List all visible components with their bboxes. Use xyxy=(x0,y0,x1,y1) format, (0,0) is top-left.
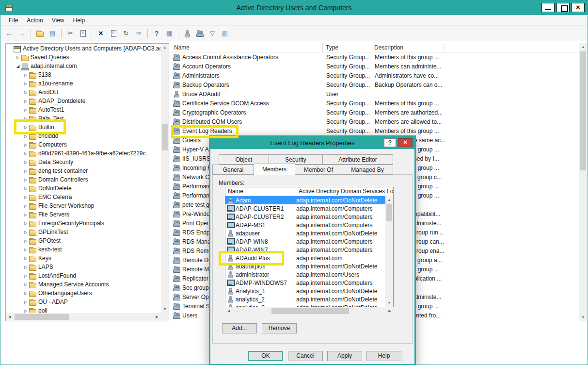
refresh-button[interactable]: ↻ xyxy=(120,28,132,39)
back-button[interactable]: ← xyxy=(3,28,15,39)
export-folder-button[interactable] xyxy=(34,28,46,39)
close-button[interactable]: × xyxy=(572,3,585,12)
expander-icon[interactable]: ▷ xyxy=(23,186,29,191)
tree-item-gplinktest[interactable]: ▷ GPLinkTest xyxy=(6,228,160,236)
expander-icon[interactable]: ▷ xyxy=(23,300,29,304)
member-row-adapuser[interactable]: adapuser adap.internal.com/DoNotDelete xyxy=(225,229,385,237)
scroll-up-arrow[interactable]: ▲ xyxy=(579,43,587,51)
dialog-titlebar[interactable]: Event Log Readers Properties ? × xyxy=(210,137,414,149)
member-row-adauditplus[interactable]: adauditplus adap.internal.com/DoNotDelet… xyxy=(225,262,385,270)
expander-icon[interactable]: ▷ xyxy=(23,73,29,77)
properties-button[interactable] xyxy=(108,28,119,39)
new-group-button[interactable] xyxy=(194,28,206,39)
list-row-administrators[interactable]: Administrators Security Group... Adminis… xyxy=(171,71,579,80)
remove-button[interactable]: Remove xyxy=(262,323,297,333)
tab-security[interactable]: Security xyxy=(269,154,323,165)
tree-item-ou-adap[interactable]: ▷ OU - ADAP xyxy=(6,298,160,306)
expander-icon[interactable]: ▷ xyxy=(23,99,29,103)
forward-button[interactable]: → xyxy=(16,28,28,39)
tree-item-adap-dontdelete[interactable]: ▷ ADAP_Dontdelete xyxy=(6,97,160,105)
list-row-cryptographic-operators[interactable]: Cryptographic Operators Security Group..… xyxy=(171,108,579,117)
tab-object[interactable]: Object xyxy=(219,154,269,165)
list-row-certificate-service-dcom-access[interactable]: Certificate Service DCOM Access Security… xyxy=(171,99,579,108)
scroll-left-arrow[interactable]: ◀ xyxy=(225,307,233,315)
scroll-up-arrow[interactable]: ▲ xyxy=(385,196,393,204)
expander-icon[interactable]: ◢ xyxy=(15,64,21,68)
list-row-event-log-readers[interactable]: Event Log Readers Security Group... Memb… xyxy=(171,126,579,135)
member-row-adaudit-plus[interactable]: ADAudit Plus adap.internal.com xyxy=(225,254,385,262)
tree-item-saved-queries[interactable]: ▷ Saved Queries xyxy=(6,53,160,62)
minimize-button[interactable] xyxy=(541,3,555,12)
scroll-down-arrow[interactable]: ▼ xyxy=(161,305,169,313)
member-row-analytics-3[interactable]: analytics_3 adap.internal.com/DoNotDelet… xyxy=(225,303,385,307)
member-row-adap-win7[interactable]: ADAP-WIN7 adap.internal.com/Computers xyxy=(225,246,385,254)
delete-button[interactable]: × xyxy=(95,28,107,39)
scroll-up-arrow[interactable]: ▲ xyxy=(161,44,169,51)
tree-item-donotdelete[interactable]: ▷ DoNotDelete xyxy=(6,184,160,193)
expander-icon[interactable]: ▷ xyxy=(23,309,29,313)
member-row-admp-windows7[interactable]: ADMP-WINDOWS7 adap.internal.com/Computer… xyxy=(225,279,385,287)
scroll-down-arrow[interactable]: ▼ xyxy=(385,299,393,307)
tree-item-gpotest[interactable]: ▷ GPOtest xyxy=(6,236,160,245)
tab-members[interactable]: Members xyxy=(254,164,295,175)
expander-icon[interactable]: ▷ xyxy=(23,116,29,121)
expander-icon[interactable]: ▷ xyxy=(23,143,29,147)
expander-icon[interactable]: ▷ xyxy=(23,178,29,182)
tab-attribute-editor[interactable]: Attribute Editor xyxy=(322,154,393,165)
member-row-adap-ms1[interactable]: ADAP-MS1 adap.internal.com/Computers xyxy=(225,221,385,229)
member-row-adap-cluster2[interactable]: ADAP-CLUSTER2 adap.internal.com/Computer… xyxy=(225,213,385,221)
scroll-thumb[interactable] xyxy=(386,204,392,221)
expander-icon[interactable]: ▷ xyxy=(23,90,29,95)
tab-general[interactable]: General xyxy=(212,165,254,175)
tree-item-autotest1[interactable]: ▷ AutoTest1 xyxy=(6,105,160,114)
scroll-right-arrow[interactable]: ▶ xyxy=(386,307,394,315)
tree-item-d90d7961-8390-461a-9fbe-a62efec7229c[interactable]: ▷ d90d7961-8390-461a-9fbe-a62efec7229c xyxy=(6,149,160,158)
tree-item-foreignsecurityprincipals[interactable]: ▷ ForeignSecurityPrincipals xyxy=(6,219,160,228)
tree-item-managed-service-accounts[interactable]: ▷ Managed Service Accounts xyxy=(6,280,160,289)
scroll-thumb[interactable] xyxy=(580,51,586,170)
expander-icon[interactable]: ▷ xyxy=(23,221,29,226)
dialog-close-button[interactable]: × xyxy=(398,138,413,147)
member-row-adap-win8[interactable]: ADAP-WIN8 adap.internal.com/Computers xyxy=(225,237,385,246)
tree-item-a1ou-rename[interactable]: ▷ a1ou-rename xyxy=(6,79,160,88)
expander-icon[interactable]: ▷ xyxy=(15,55,21,60)
tree-item-file-server-workshop[interactable]: ▷ File Server Workshop xyxy=(6,201,160,210)
apply-button[interactable]: Apply xyxy=(327,351,362,361)
expander-icon[interactable]: ▷ xyxy=(23,108,29,112)
expander-icon[interactable]: ▷ xyxy=(23,151,29,156)
menu-action[interactable]: Action xyxy=(22,15,47,26)
column-header-name[interactable]: Name xyxy=(171,43,323,52)
column-header-type[interactable]: Type xyxy=(323,43,371,52)
expander-icon[interactable]: ▷ xyxy=(23,82,29,86)
tree-item-adap-internal-com[interactable]: ◢ adap.internal.com xyxy=(6,62,160,70)
help-button[interactable]: Help xyxy=(366,351,401,361)
tree-item-file-servers[interactable]: ▷ File Servers xyxy=(6,210,160,219)
menu-help[interactable]: Help xyxy=(69,15,90,26)
add-button[interactable]: Add... xyxy=(222,323,257,333)
console-tree-button[interactable]: ▦ xyxy=(163,28,175,39)
scroll-right-arrow[interactable]: ▶ xyxy=(153,313,161,321)
cut-button[interactable]: ✂ xyxy=(64,28,76,39)
expander-icon[interactable]: ▷ xyxy=(23,265,29,269)
tree-item-active-directory-users-and-computers-ada[interactable]: Active Directory Users and Computers [AD… xyxy=(6,44,160,53)
scroll-thumb[interactable] xyxy=(162,124,168,150)
menu-file[interactable]: File xyxy=(4,15,22,26)
expander-icon[interactable]: ▷ xyxy=(23,291,29,296)
expander-icon[interactable]: ▷ xyxy=(23,282,29,287)
copy-button[interactable] xyxy=(77,28,89,39)
expander-icon[interactable]: ▷ xyxy=(23,248,29,252)
tree-item-kesh-test[interactable]: ▷ kesh-test xyxy=(6,245,160,254)
tree-vertical-scrollbar[interactable]: ▲ ▼ xyxy=(161,44,169,313)
tab-managed-by[interactable]: Managed By xyxy=(342,165,393,175)
list-row-account-operators[interactable]: Account Operators Security Group... Memb… xyxy=(171,62,579,71)
column-header-description[interactable]: Description xyxy=(371,43,444,52)
member-column-folder[interactable]: Active Directory Domain Services Folder xyxy=(296,187,393,196)
tree-item-data-security[interactable]: ▷ Data Security xyxy=(6,158,160,166)
expander-icon[interactable]: ▷ xyxy=(23,195,29,199)
new-user-button[interactable] xyxy=(181,28,193,39)
export-list-button[interactable]: ⇒ xyxy=(133,28,144,39)
tree-item-emc-celerra[interactable]: ▷ EMC Celerra xyxy=(6,193,160,201)
expander-icon[interactable]: ▷ xyxy=(23,239,29,243)
ok-button[interactable]: OK xyxy=(248,351,283,361)
tree-item-laps[interactable]: ▷ LAPS xyxy=(6,263,160,271)
